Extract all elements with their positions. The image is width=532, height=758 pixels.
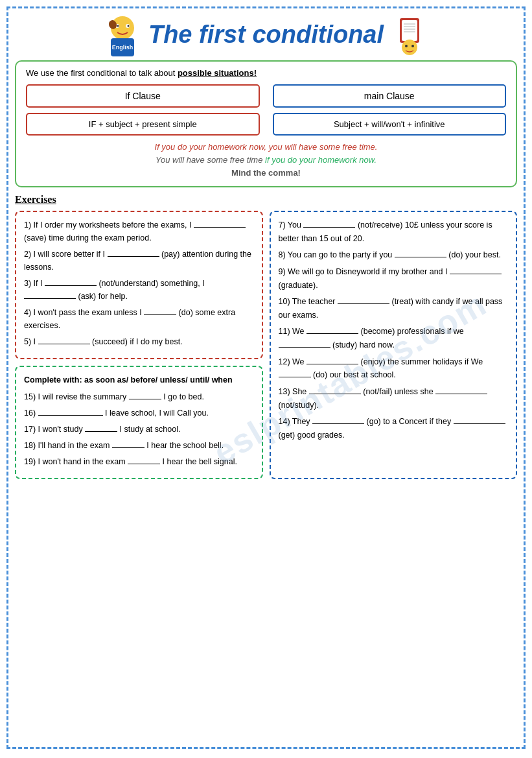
page-title: The first conditional (148, 21, 384, 49)
main-clause-box: main Clause (273, 84, 507, 108)
blank-18 (112, 439, 145, 448)
svg-rect-9 (402, 20, 417, 41)
right-column: 7) You (not/receive) 10£ unless your sco… (270, 211, 518, 479)
ex-7: 7) You (not/receive) 10£ unless your sco… (279, 219, 509, 245)
ex-13: 13) She (not/fail) unless she (not/study… (279, 385, 509, 412)
blank-12a (306, 355, 358, 364)
blank-10 (338, 295, 389, 304)
svg-text:English: English (112, 44, 133, 51)
example2-start: You will have some free time (156, 155, 265, 165)
ex-11: 11) We (become) professionals if we (stu… (279, 325, 509, 351)
ex-2: 2) I will score better if I (pay) attent… (24, 248, 254, 274)
blank-17 (85, 423, 117, 432)
ex-19: 19) I won't hand in the exam I hear the … (24, 455, 254, 468)
exercises-title: Exercises (15, 194, 517, 206)
exercises-area: 1) If I order my worksheets before the e… (15, 211, 517, 479)
blank-1 (194, 219, 246, 228)
ex-14: 14) They (go) to a Concert if they (get)… (279, 415, 509, 442)
left-column: 1) If I order my worksheets before the e… (15, 211, 263, 479)
ex-16: 16) I leave school, I will Call you. (24, 407, 254, 420)
header: English The first conditional (15, 15, 517, 54)
example2: You will have some free time if you do y… (26, 155, 506, 165)
example1: If you do your homework now, you will ha… (26, 142, 506, 152)
left-exercise-box-1: 1) If I order my worksheets before the e… (15, 211, 263, 359)
blank-12b (279, 368, 311, 377)
blank-15 (129, 390, 161, 399)
svg-point-15 (405, 45, 408, 47)
intro-bold: possible situations! (178, 68, 257, 78)
blank-7 (303, 219, 355, 228)
left-exercise-box-2: Complete with: as soon as/ before/ unles… (15, 366, 263, 479)
ex-4: 4) I won't pass the exam unless I (do) s… (24, 306, 254, 332)
blank-11a (306, 325, 358, 334)
clause-row: If Clause main Clause (26, 84, 506, 108)
ex-8: 8) You can go to the party if you (do) y… (279, 248, 509, 262)
ex-5: 5) I (succeed) if I do my best. (24, 335, 254, 348)
right-character-icon (390, 15, 429, 54)
page: English The first conditional We (6, 6, 526, 749)
main-formula-box: Subject + will/won't + infinitive (273, 113, 507, 136)
ex-1: 1) If I order my worksheets before the e… (24, 219, 254, 244)
right-exercise-box: 7) You (not/receive) 10£ unless your sco… (270, 211, 518, 479)
ex-17: 17) I won't study I study at school. (24, 423, 254, 436)
ex-10: 10) The teacher (treat) with candy if we… (279, 295, 509, 322)
svg-point-16 (411, 45, 414, 47)
left-character-icon: English (103, 15, 142, 54)
formula-row: IF + subject + present simple Subject + … (26, 113, 506, 136)
blank-5 (38, 335, 90, 344)
if-clause-box: If Clause (26, 84, 260, 108)
blank-3b (24, 290, 76, 299)
blank-8 (395, 248, 446, 257)
blank-9 (450, 265, 502, 274)
blank-19 (128, 455, 160, 464)
ex-15: 15) I will revise the summary I go to be… (24, 390, 254, 403)
if-formula-box: IF + subject + present simple (26, 113, 260, 136)
blank-3a (45, 277, 97, 286)
intro-text: We use the first conditional to talk abo… (26, 68, 506, 78)
svg-point-3 (117, 25, 119, 27)
example2-green: if you do your homework now. (265, 155, 376, 165)
blank-11b (279, 338, 330, 348)
blank-13b (435, 385, 487, 394)
ex-9: 9) We will go to Disneyworld if my broth… (279, 265, 509, 292)
svg-point-14 (402, 40, 417, 55)
intro-regular: We use the first conditional to talk abo… (26, 68, 178, 78)
comma-note: Mind the comma! (26, 168, 506, 178)
blank-14b (454, 415, 505, 424)
blank-13a (309, 385, 361, 394)
example1-end: you will have some free time. (269, 142, 378, 152)
blank-14a (312, 415, 364, 424)
ex-3: 3) If I (not/understand) something, I (a… (24, 277, 254, 303)
svg-point-4 (127, 25, 129, 27)
blank-2 (108, 248, 159, 257)
blank-4 (144, 306, 176, 315)
example1-start: If you do your homework now, (155, 142, 267, 152)
conjunctions-header: Complete with: as soon as/ before/ unles… (24, 373, 254, 386)
intro-box: We use the first conditional to talk abo… (15, 60, 517, 187)
blank-16 (38, 407, 103, 416)
ex-18: 18) I'll hand in the exam I hear the sch… (24, 439, 254, 452)
ex-12: 12) We (enjoy) the summer holidays if We… (279, 355, 509, 382)
